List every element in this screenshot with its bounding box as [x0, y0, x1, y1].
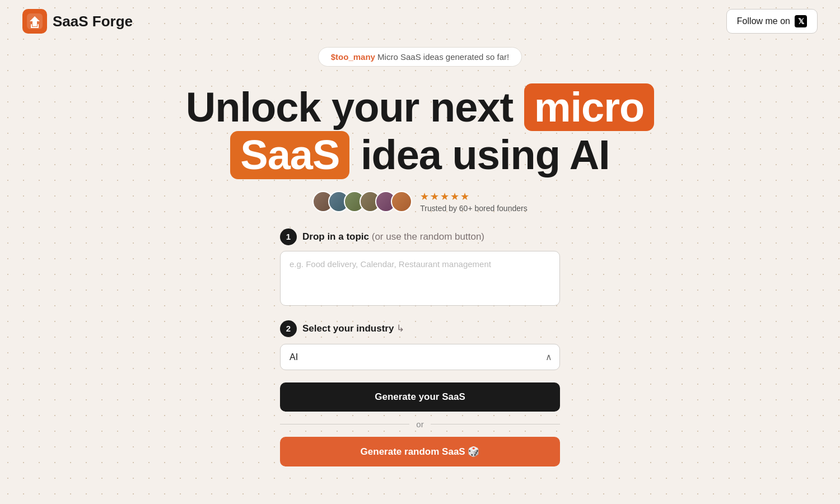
star-3: ★: [440, 190, 449, 203]
step1-main-label: Drop in a topic: [302, 231, 369, 242]
step2-arrow: ↳: [396, 323, 404, 334]
star-2: ★: [430, 190, 439, 203]
stars-trust: ★ ★ ★ ★ ★ Trusted by 60+ bored founders: [420, 190, 527, 213]
step2-label: 2 Select your industry ↳: [280, 320, 560, 337]
star-5: ★: [460, 190, 469, 203]
banner-text: Micro SaaS ideas generated so far!: [375, 52, 509, 62]
step1-label: 1 Drop in a topic (or use the random but…: [280, 228, 560, 245]
main-form: 1 Drop in a topic (or use the random but…: [269, 228, 571, 466]
x-twitter-icon: 𝕏: [795, 15, 807, 27]
logo-area: SaaS Forge: [22, 9, 133, 34]
avatar-group: [312, 191, 412, 212]
trust-text: Trusted by 60+ bored founders: [420, 204, 527, 213]
hero-micro-badge: micro: [524, 83, 655, 131]
hero-section: Unlock your next micro SaaS idea using A…: [0, 83, 840, 179]
generate-button[interactable]: Generate your SaaS: [280, 382, 560, 412]
header: SaaS Forge Follow me on 𝕏: [0, 0, 840, 43]
star-4: ★: [450, 190, 459, 203]
random-label: Generate random SaaS 🎲: [361, 446, 480, 457]
hero-line2: SaaS idea using AI: [22, 131, 818, 179]
avatar: [391, 191, 412, 212]
step2-main-label: Select your industry: [302, 323, 394, 334]
follow-button[interactable]: Follow me on 𝕏: [726, 9, 818, 34]
or-text: or: [416, 419, 423, 429]
follow-label: Follow me on: [737, 16, 790, 26]
divider-right: [431, 424, 560, 424]
logo-icon: [22, 9, 47, 34]
banner: $too_many Micro SaaS ideas generated so …: [0, 47, 840, 67]
divider-left: [280, 424, 409, 424]
generate-label: Generate your SaaS: [375, 391, 465, 402]
topic-input[interactable]: [280, 251, 560, 306]
industry-select[interactable]: AI Healthcare Finance Education E-commer…: [280, 344, 560, 370]
step1-sub-label: (or use the random button): [372, 231, 484, 242]
step1-number: 1: [280, 228, 297, 245]
hero-line1: Unlock your next micro: [22, 83, 818, 131]
social-proof: ★ ★ ★ ★ ★ Trusted by 60+ bored founders: [0, 190, 840, 213]
industry-select-wrapper: AI Healthcare Finance Education E-commer…: [280, 344, 560, 370]
step1-text: Drop in a topic (or use the random butto…: [302, 231, 484, 242]
hero-saas-badge: SaaS: [230, 131, 349, 179]
logo-text: SaaS Forge: [53, 13, 133, 30]
hero-prefix: Unlock your next: [186, 84, 524, 130]
random-button[interactable]: Generate random SaaS 🎲: [280, 437, 560, 466]
or-divider: or: [280, 419, 560, 429]
hero-suffix: idea using AI: [349, 132, 609, 178]
banner-highlight: $too_many: [331, 52, 375, 62]
banner-pill: $too_many Micro SaaS ideas generated so …: [318, 47, 522, 67]
step2-number: 2: [280, 320, 297, 337]
star-rating: ★ ★ ★ ★ ★: [420, 190, 469, 203]
step2-text: Select your industry ↳: [302, 323, 404, 334]
star-1: ★: [420, 190, 429, 203]
